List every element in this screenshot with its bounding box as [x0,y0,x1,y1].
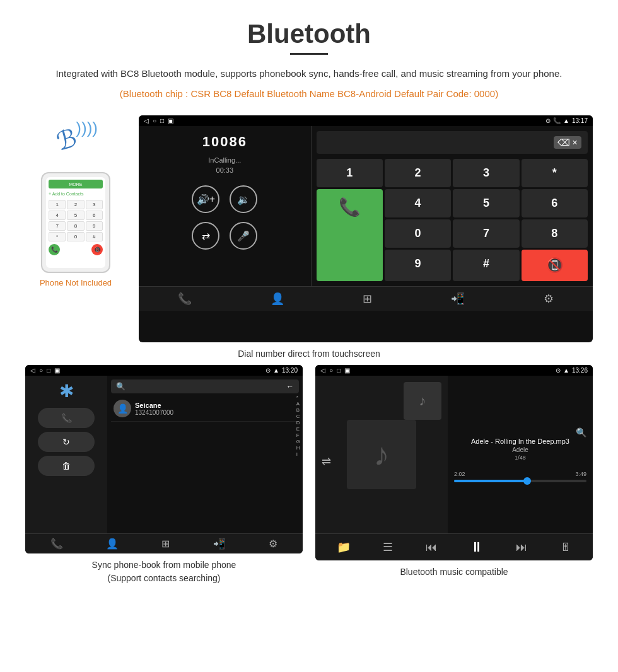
contacts-search-icon: 🔍 [116,382,125,391]
contacts-main: 🔍 ← 👤 Seicane 13241007000 * [107,376,303,533]
music-back-icon[interactable]: ◁ [320,367,325,374]
contacts-delete-pill[interactable]: 🗑 [38,456,95,476]
phone-key-6[interactable]: 6 [86,211,103,220]
phone-key-8[interactable]: 8 [67,221,84,231]
music-search-icon[interactable]: 🔍 [454,427,586,437]
keypad-end-button[interactable]: 📵 [522,250,588,281]
contacts-screenshot-icon[interactable]: ▣ [54,367,60,374]
main-section: )))) ℬ MORE + Add to Contacts 1 2 3 4 5 [25,115,593,342]
contacts-recent-icon[interactable]: □ [47,367,50,374]
music-home-icon[interactable]: ○ [329,367,333,374]
contacts-back-icon[interactable]: ◁ [30,367,35,374]
contacts-back-arrow[interactable]: ← [286,382,294,391]
phone-key-4[interactable]: 4 [49,211,66,220]
phone-key-3[interactable]: 3 [86,200,103,209]
keypad-1[interactable]: 1 [317,159,383,187]
contacts-nav-transfer[interactable]: 📲 [213,538,226,550]
keypad-7[interactable]: 7 [453,219,519,248]
volume-down-button[interactable]: 🔉 [230,185,257,213]
shuffle-icon[interactable]: ⇌ [322,455,331,468]
progress-area: 2:02 3:49 [454,471,586,482]
keypad-9[interactable]: 9 [385,250,451,281]
contacts-status-bar: ◁ ○ □ ▣ ⊙ ▲ 13:20 [25,365,303,376]
music-screenshot-icon[interactable]: ▣ [344,367,350,374]
nav-contacts-icon[interactable]: 👤 [271,292,284,306]
phone-key-0[interactable]: 0 [67,232,84,241]
music-folder-icon[interactable]: 📁 [337,540,351,554]
phone-key-2[interactable]: 2 [67,200,84,209]
album-art-small: ♪ [404,382,441,420]
contacts-caption: Sync phone-book from mobile phone(Suppor… [25,559,303,585]
phone-key-1[interactable]: 1 [49,200,66,209]
keypad-3[interactable]: 3 [453,159,519,187]
dial-caption: Dial number direct from touchscreen [25,349,593,359]
contacts-phone-pill[interactable]: 📞 [38,408,95,428]
contacts-nav-settings[interactable]: ⚙ [269,538,277,550]
nav-grid-icon[interactable]: ⊞ [363,292,372,306]
music-note-icon-large: ♪ [374,436,390,473]
contacts-location-icon: ⊙ [265,367,271,374]
screenshot-icon[interactable]: ▣ [168,117,173,124]
nav-phone-icon[interactable]: 📞 [178,292,192,306]
song-count: 1/48 [454,455,586,461]
phone-key-9[interactable]: 9 [86,221,103,231]
progress-bar-bg[interactable] [454,480,586,482]
contacts-nav-grid[interactable]: ⊞ [161,538,170,550]
transfer-button[interactable]: ⇄ [192,222,219,250]
keypad-5[interactable]: 5 [453,189,519,217]
dial-status-bar: ◁ ○ □ ▣ ⊙ 📞 ▲ 13:17 [139,115,593,126]
transfer-icon: ⇄ [202,230,210,242]
nav-settings-icon[interactable]: ⚙ [544,292,554,306]
song-artist: Adele [454,446,586,453]
music-info-area: 🔍 Adele - Rolling In the Deep.mp3 Adele … [448,376,593,533]
clear-x-icon: ✕ [572,139,578,147]
contacts-bt-icon: ✱ [59,381,74,402]
music-prev-icon[interactable]: ⏮ [426,541,437,554]
keypad-8[interactable]: 8 [522,219,588,248]
music-next-icon[interactable]: ⏭ [516,541,527,554]
sidebar-phone-icon: 📞 [61,413,72,423]
phone-screen: MORE + Add to Contacts 1 2 3 4 5 6 7 8 9… [46,177,105,268]
music-controls-bottom: 📁 ☰ ⏮ ⏸ ⏭ 🎚 [315,533,593,560]
phone-green-bar: MORE [49,180,103,188]
progress-dot[interactable] [523,477,531,485]
music-list-icon[interactable]: ☰ [383,540,393,554]
current-time: 2:02 [454,471,465,477]
phone-key-5[interactable]: 5 [67,211,84,220]
music-recent-icon[interactable]: □ [337,367,341,374]
keypad-2[interactable]: 2 [385,159,451,187]
music-eq-icon[interactable]: 🎚 [560,541,571,554]
keypad-call-button[interactable]: 📞 [317,189,383,281]
back-nav-icon[interactable]: ◁ [144,117,149,124]
music-play-pause-icon[interactable]: ⏸ [470,539,484,555]
phone-not-included-label: Phone Not Included [40,278,112,287]
mic-icon: 🎤 [237,230,250,242]
music-art-area: ⇌ ♪ ♪ [315,376,448,533]
contacts-nav-person[interactable]: 👤 [106,538,119,550]
contacts-home-icon[interactable]: ○ [39,367,43,374]
alpha-index: * A B C D E F G H I [296,395,300,457]
keypad-star[interactable]: * [522,159,588,187]
music-note-icon-small: ♪ [419,393,426,409]
phone-add-contacts: + Add to Contacts [49,190,103,197]
phone-key-7[interactable]: 7 [49,221,66,231]
contact-entry-1[interactable]: 👤 Seicane 13241007000 [111,396,299,422]
volume-up-button[interactable]: 🔊+ [192,185,219,213]
volume-down-icon: 🔉 [237,194,250,206]
mic-button[interactable]: 🎤 [230,222,257,250]
keypad-4[interactable]: 4 [385,189,451,217]
home-nav-icon[interactable]: ○ [153,117,156,124]
phone-key-star[interactable]: * [49,232,66,241]
contacts-sync-pill[interactable]: ↻ [38,432,95,452]
recent-nav-icon[interactable]: □ [160,117,164,124]
clear-button[interactable]: ⌫ ✕ [554,136,581,149]
phone-key-hash[interactable]: # [86,232,103,241]
contacts-nav-phone[interactable]: 📞 [50,538,63,550]
contacts-search-bar[interactable]: 🔍 ← [111,379,299,393]
phone-end-button[interactable]: 📵 [91,244,103,255]
keypad-hash[interactable]: # [453,250,519,281]
keypad-0[interactable]: 0 [385,219,451,248]
keypad-6[interactable]: 6 [522,189,588,217]
nav-transfer-icon[interactable]: 📲 [451,292,465,306]
phone-call-button[interactable]: 📞 [49,244,60,255]
